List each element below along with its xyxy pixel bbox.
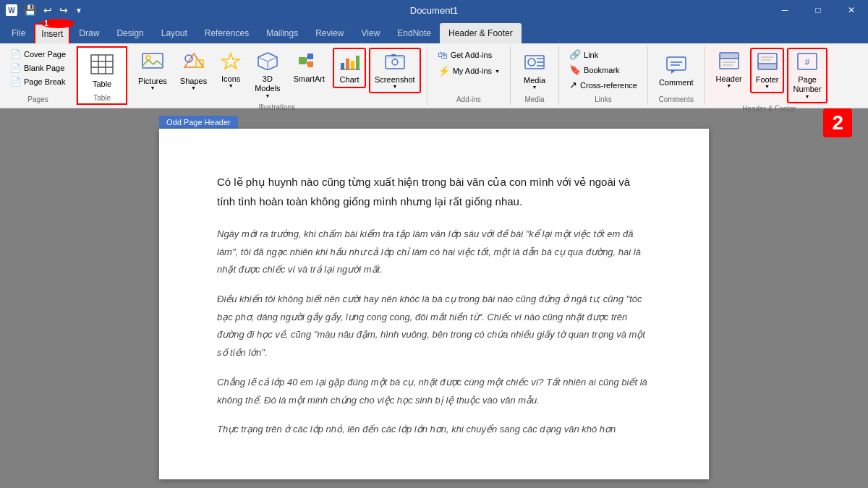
tab-view[interactable]: View	[353, 23, 389, 43]
footer-icon	[757, 52, 778, 74]
close-button[interactable]: ✕	[835, 0, 868, 20]
get-add-ins-button[interactable]: 🛍 Get Add-ins	[433, 48, 496, 62]
pictures-dropdown: ▼	[150, 85, 156, 90]
pages-items: 📄 Cover Page 📄 Blank Page 📄 Page Break	[6, 48, 70, 94]
svg-marker-10	[222, 53, 239, 69]
page-number-icon: #	[796, 52, 818, 74]
window-controls: ─ □ ✕	[768, 0, 868, 20]
shapes-label: Shapes	[180, 77, 207, 85]
tab-insert[interactable]: Insert 1	[34, 23, 70, 43]
qa-redo[interactable]: ↪	[57, 4, 70, 16]
paragraph-3: Điều khiến tôi không biết nên cười hay n…	[217, 291, 651, 362]
table-icon	[90, 54, 114, 78]
svg-rect-22	[351, 61, 354, 69]
smartart-button[interactable]: SmartArt	[289, 48, 330, 87]
pictures-button[interactable]: Pictures ▼	[133, 48, 172, 94]
svg-rect-28	[386, 56, 404, 59]
tab-endnote[interactable]: EndNote	[388, 23, 440, 43]
icons-icon	[220, 51, 242, 73]
media-button[interactable]: Media ▼	[516, 49, 553, 93]
tab-design[interactable]: Design	[108, 23, 152, 43]
ribbon-group-pages: 📄 Cover Page 📄 Blank Page 📄 Page Break P…	[0, 46, 77, 105]
paragraph-1: Có lẽ phụ huynh nào cũng từng xuất hiện …	[217, 172, 651, 211]
paragraph-4: Chẳng lẽ cả lớp 40 em lại gặp đúng một b…	[217, 374, 651, 409]
tab-mailings[interactable]: Mailings	[258, 23, 307, 43]
comments-items: Comment	[654, 48, 699, 94]
svg-point-30	[528, 59, 535, 66]
comment-button[interactable]: Comment	[654, 51, 699, 90]
tab-references[interactable]: References	[196, 23, 258, 43]
ribbon-group-illustrations: Pictures ▼ Shapes ▼	[127, 46, 427, 105]
blank-page-button[interactable]: 📄 Blank Page	[6, 61, 69, 74]
tab-file[interactable]: File	[3, 23, 34, 43]
tab-review[interactable]: Review	[307, 23, 352, 43]
shapes-button[interactable]: Shapes ▼	[175, 48, 212, 94]
icons-button[interactable]: Icons ▼	[215, 48, 247, 92]
chart-label: Chart	[340, 75, 359, 84]
bookmark-icon: 🔖	[569, 64, 581, 75]
comment-label: Comment	[659, 78, 694, 87]
svg-marker-35	[671, 70, 676, 74]
media-group-label: Media	[524, 94, 544, 103]
document-title: Document1	[410, 5, 458, 16]
pictures-label: Pictures	[138, 77, 167, 85]
qa-save[interactable]: 💾	[22, 4, 38, 16]
footer-button[interactable]: Footer ▼	[750, 48, 785, 93]
document-area: Odd Page Header Có lẽ phụ huynh nào cũng…	[0, 108, 868, 488]
ribbon-group-addins: 🛍 Get Add-ins ⚡ My Add-ins ▼ Add-ins	[427, 46, 511, 105]
svg-rect-17	[307, 61, 313, 67]
svg-rect-23	[356, 56, 359, 69]
bookmark-button[interactable]: 🔖 Bookmark	[565, 63, 624, 77]
tab-draw[interactable]: Draw	[70, 23, 108, 43]
link-button[interactable]: 🔗 Link	[565, 48, 603, 61]
tab-header-footer[interactable]: Header & Footer	[440, 23, 522, 43]
shapes-dropdown: ▼	[191, 85, 196, 90]
header-footer-group-label: Header & Footer	[742, 103, 796, 113]
quick-access-toolbar: 💾 ↩ ↪ ▼	[22, 4, 85, 16]
addins-group-label: Add-ins	[456, 94, 481, 103]
cover-page-button[interactable]: 📄 Cover Page	[6, 48, 70, 61]
cover-page-label: Cover Page	[24, 50, 66, 59]
screenshot-button[interactable]: Screenshot ▼	[369, 48, 421, 93]
svg-rect-21	[346, 59, 349, 69]
svg-line-19	[306, 61, 307, 64]
icons-label: Icons	[221, 74, 240, 83]
cross-ref-label: Cross-reference	[580, 81, 637, 90]
comment-icon	[665, 55, 687, 77]
page-number-button[interactable]: # PageNumber ▼	[787, 48, 827, 103]
media-label: Media	[524, 76, 545, 85]
screenshot-icon	[384, 52, 406, 74]
svg-rect-0	[91, 55, 113, 74]
minimize-button[interactable]: ─	[768, 0, 801, 20]
chart-icon	[339, 52, 360, 74]
page-break-label: Page Break	[24, 77, 65, 86]
ribbon: 📄 Cover Page 📄 Blank Page 📄 Page Break P…	[0, 43, 868, 108]
table-button[interactable]: Table	[84, 51, 120, 92]
header-footer-items: Header ▼ Footer ▼	[711, 48, 827, 103]
svg-line-13	[268, 57, 277, 61]
smartart-label: SmartArt	[294, 74, 325, 83]
footer-dropdown: ▼	[765, 84, 770, 89]
my-add-ins-button[interactable]: ⚡ My Add-ins ▼	[433, 64, 504, 78]
odd-page-header-tooltip: Odd Page Header	[159, 116, 238, 129]
page-break-button[interactable]: 📄 Page Break	[6, 75, 69, 88]
header-button[interactable]: Header ▼	[711, 48, 747, 92]
svg-line-12	[258, 57, 268, 61]
ribbon-group-links: 🔗 Link 🔖 Bookmark ↗ Cross-reference Link…	[559, 46, 648, 105]
qa-custom[interactable]: ▼	[73, 7, 85, 14]
bookmark-label: Bookmark	[584, 66, 620, 74]
3d-models-button[interactable]: 3DModels ▼	[250, 48, 285, 102]
tab-layout[interactable]: Layout	[153, 23, 196, 43]
restore-button[interactable]: □	[801, 0, 835, 20]
qa-undo[interactable]: ↩	[41, 4, 54, 16]
header-icon	[718, 51, 740, 73]
chart-button[interactable]: Chart	[333, 48, 366, 88]
svg-rect-44	[758, 64, 777, 69]
my-addins-label: My Add-ins	[453, 67, 492, 75]
link-icon: 🔗	[569, 49, 581, 60]
shapes-icon	[183, 51, 205, 75]
svg-rect-16	[307, 53, 313, 59]
blank-page-label: Blank Page	[24, 64, 64, 72]
cross-reference-button[interactable]: ↗ Cross-reference	[565, 78, 642, 92]
svg-rect-39	[720, 53, 739, 59]
